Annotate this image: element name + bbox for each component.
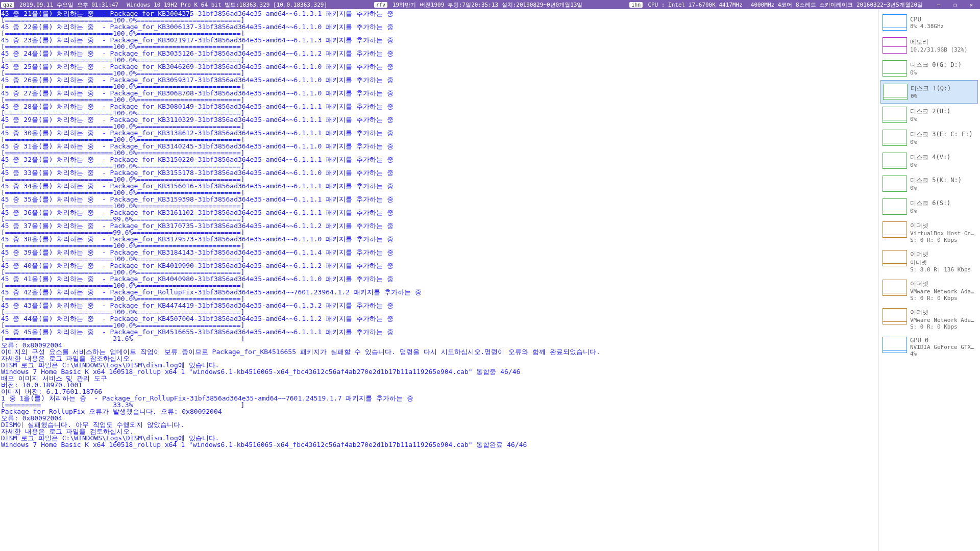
perf-value: 10.2/31.9GB (32%) — [910, 46, 968, 53]
perf-title: 디스크 3(E: C: F:) — [910, 130, 973, 139]
cpu-graph-icon — [883, 14, 907, 31]
titlebar-tag-ihn: ihn — [629, 2, 643, 8]
perf-title: 이더넷 — [910, 308, 976, 317]
perf-title: CPU — [910, 16, 944, 23]
perf-value: 0% — [910, 116, 950, 122]
close-button[interactable]: ✕ — [964, 1, 979, 9]
perf-title: 이더넷 — [910, 221, 976, 230]
perf-item-9[interactable]: 이더넷VirtualBox Host-Only ..S: 0 R: 0 Kbps — [880, 218, 978, 247]
perf-item-10[interactable]: 이더넷이더넷S: 8.0 R: 136 Kbps — [880, 247, 978, 277]
disk-graph-icon — [883, 107, 907, 123]
net-graph-icon — [883, 250, 907, 266]
perf-title: 이더넷 — [910, 250, 971, 259]
disk-graph-icon — [883, 176, 907, 192]
perf-item-0[interactable]: CPU8% 4.38GHz — [880, 11, 978, 34]
titlebar-datetime: 2019.09.11 수요일 오후 01:31:47 — [15, 1, 122, 9]
net-graph-icon — [883, 221, 907, 238]
perf-value-2: 4% — [910, 350, 976, 357]
perf-value: 0% — [910, 185, 962, 191]
perf-item-2[interactable]: 디스크 0(G: D:)0% — [880, 57, 978, 80]
perf-title: GPU 0 — [910, 337, 976, 344]
console-line: 배포 이미지 서비스 및 관리 도구 — [1, 375, 877, 382]
perf-value-2: S: 0 R: 0 Kbps — [910, 237, 976, 243]
maximize-button[interactable]: ❐ — [947, 1, 963, 9]
perf-value: 0% — [911, 93, 951, 99]
disk-graph-icon — [883, 198, 907, 215]
perf-value: 0% — [910, 162, 950, 168]
perf-value: VMware Network Ada.. — [910, 288, 976, 295]
perf-value: VMware Network Ada.. — [910, 317, 976, 323]
titlebar-cpu-info: CPU : Intel i7-6700K 4417MHz — [644, 2, 746, 8]
perf-item-7[interactable]: 디스크 5(K: N:)0% — [880, 172, 978, 195]
gpu-graph-icon — [883, 337, 907, 353]
disk-graph-icon — [883, 84, 908, 100]
perf-title: 디스크 0(G: D:) — [910, 61, 962, 69]
perf-item-5[interactable]: 디스크 3(E: C: F:)0% — [880, 127, 978, 149]
net-graph-icon — [883, 308, 907, 324]
perf-item-13[interactable]: GPU 0NVIDIA GeForce GTX ..4% — [880, 334, 978, 361]
mem-graph-icon — [883, 37, 907, 54]
titlebar[interactable]: qaz 2019.09.11 수요일 오후 01:31:47 Windows 1… — [0, 0, 980, 9]
disk-graph-icon — [883, 60, 907, 77]
console-output[interactable]: 45 중 21을(를) 처리하는 중 - Package_for_KB30043… — [0, 9, 878, 551]
perf-item-1[interactable]: 메모리10.2/31.9GB (32%) — [880, 34, 978, 57]
performance-sidebar: CPU8% 4.38GHz메모리10.2/31.9GB (32%)디스크 0(G… — [878, 9, 980, 551]
perf-title: 디스크 6(S:) — [910, 199, 950, 208]
console-line: Windows 7 Home Basic K x64 160518_rollup… — [1, 368, 877, 375]
titlebar-tag-rfv: rfv — [374, 2, 387, 8]
perf-value-2: S: 0 R: 0 Kbps — [910, 323, 976, 330]
perf-value: NVIDIA GeForce GTX .. — [910, 344, 976, 350]
perf-item-11[interactable]: 이더넷VMware Network Ada..S: 0 R: 0 Kbps — [880, 277, 978, 305]
perf-item-8[interactable]: 디스크 6(S:)0% — [880, 195, 978, 218]
perf-value-2: S: 0 R: 0 Kbps — [910, 295, 976, 302]
perf-title: 디스크 2(U:) — [910, 107, 950, 116]
console-line: Windows 7 Home Basic K x64 160518_rollup… — [1, 441, 877, 448]
perf-item-12[interactable]: 이더넷VMware Network Ada..S: 0 R: 0 Kbps — [880, 305, 978, 334]
console-line: Package_for_RollupFix 오류가 발생했습니다. 오류: 0x… — [1, 408, 877, 415]
titlebar-hw-info: 4000MHz 4코어 8스레드 스카이레이크 20160322~3년5개월20… — [747, 1, 927, 9]
titlebar-tag-qaz: qaz — [1, 2, 14, 8]
perf-title: 이더넷 — [910, 280, 976, 288]
perf-value: 0% — [910, 139, 973, 145]
disk-graph-icon — [883, 153, 907, 169]
net-graph-icon — [883, 280, 907, 296]
perf-item-6[interactable]: 디스크 4(V:)0% — [880, 149, 978, 172]
console-line: [========= 31.6% ] — [1, 335, 877, 342]
perf-item-4[interactable]: 디스크 2(U:)0% — [880, 104, 978, 127]
perf-value: 이더넷 — [910, 259, 971, 266]
perf-item-3[interactable]: 디스크 1(Q:)0% — [880, 80, 978, 104]
perf-value: VirtualBox Host-Only .. — [910, 230, 976, 237]
console-line: 버전: 10.0.18970.1001 — [1, 382, 877, 388]
perf-value: 0% — [910, 69, 962, 76]
perf-title: 디스크 5(K: N:) — [910, 176, 962, 185]
perf-title: 디스크 4(V:) — [910, 153, 950, 162]
titlebar-boot-info: 19하반기 버전1909 부팅:7일20:35:13 설치:20190829~0… — [388, 1, 587, 9]
titlebar-os-info: Windows 10 19H2 Pro K 64 bit 빌드:18363.32… — [122, 1, 331, 9]
perf-value: 0% — [910, 208, 950, 214]
perf-title: 디스크 1(Q:) — [911, 84, 951, 93]
disk-graph-icon — [883, 130, 907, 146]
perf-title: 메모리 — [910, 38, 968, 46]
perf-value: 8% 4.38GHz — [910, 23, 944, 30]
perf-value-2: S: 8.0 R: 136 Kbps — [910, 266, 971, 273]
minimize-button[interactable]: ─ — [931, 1, 946, 9]
